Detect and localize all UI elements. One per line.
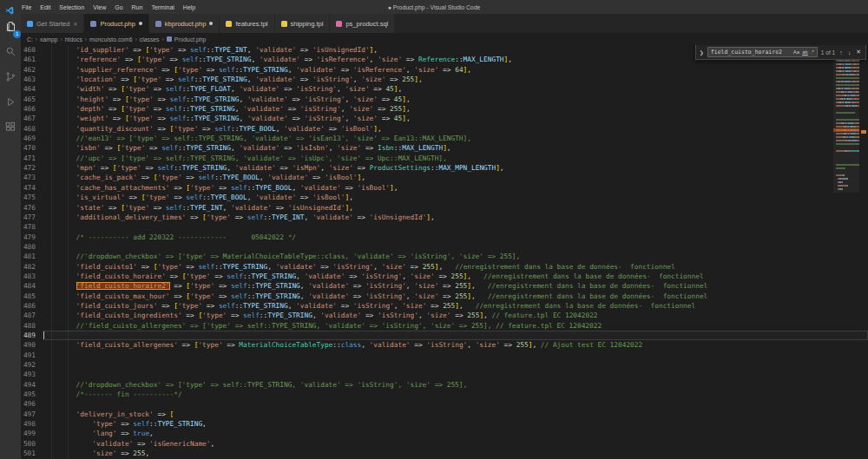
line-number[interactable]: 496 — [21, 399, 43, 409]
code-line[interactable]: 501 'size' => 255, — [21, 449, 868, 458]
code-line[interactable]: 500 'validate' => 'isGenericName', — [21, 439, 868, 449]
modified-dot-icon[interactable] — [209, 22, 213, 25]
line-number[interactable]: 498 — [21, 419, 43, 429]
code-line[interactable]: 464 'width' => ['type' => self::TYPE_FLO… — [21, 84, 868, 94]
menu-selection[interactable]: Selection — [55, 4, 89, 10]
line-number[interactable]: 465 — [21, 95, 43, 104]
code-text[interactable]: //'upc' => ['type' => self::TYPE_STRING,… — [43, 154, 868, 163]
line-number[interactable]: 482 — [21, 262, 43, 272]
code-text[interactable] — [43, 222, 868, 232]
breadcrumb-item[interactable]: Product.php — [174, 36, 207, 43]
line-number[interactable]: 461 — [21, 55, 43, 64]
code-text[interactable]: /*------- fin ----------*/ — [43, 390, 868, 399]
code-text[interactable]: 'weight' => ['type' => self::TYPE_STRING… — [43, 114, 868, 123]
line-number[interactable]: 495 — [21, 390, 43, 399]
line-number[interactable]: 480 — [21, 242, 43, 252]
activity-run-debug[interactable] — [1, 94, 20, 113]
code-line[interactable]: 463 'location' => ['type' => self::TYPE_… — [21, 75, 868, 84]
find-input[interactable] — [711, 49, 791, 56]
previous-match-icon[interactable]: ↑ — [838, 49, 844, 56]
line-number[interactable]: 462 — [21, 65, 43, 75]
modified-dot-icon[interactable] — [139, 22, 142, 25]
line-number[interactable]: 493 — [21, 370, 43, 379]
minimap[interactable] — [833, 45, 859, 459]
code-line[interactable]: 475 'is_virtual' => ['type' => self::TYP… — [21, 193, 868, 202]
code-line[interactable]: 488 //'field_cuisto_allergenes' => ['typ… — [21, 321, 868, 331]
code-text[interactable]: 'field_cuisto_horaire2' => ['type' => se… — [43, 281, 868, 291]
code-text[interactable]: 'quantity_discount' => ['type' => self::… — [43, 124, 868, 134]
line-number[interactable]: 470 — [21, 143, 43, 153]
code-line[interactable]: 471 //'upc' => ['type' => self::TYPE_STR… — [21, 154, 868, 163]
code-text[interactable]: //'dropdown_checkbox' => ['type' => self… — [43, 380, 868, 390]
tab-product-php[interactable]: Product.php — [84, 14, 148, 33]
line-number[interactable]: 471 — [21, 154, 43, 163]
line-number[interactable]: 464 — [21, 84, 43, 94]
code-line[interactable]: 483 'field_cuisto_horaire' => ['type' =>… — [21, 272, 868, 281]
code-text[interactable]: 'cache_has_attachments' => ['type' => se… — [43, 183, 868, 193]
code-text[interactable] — [43, 242, 868, 252]
code-text[interactable] — [43, 399, 868, 409]
close-find-icon[interactable]: ✕ — [855, 49, 862, 56]
code-text[interactable] — [43, 360, 868, 370]
match-case-icon[interactable]: Aa — [793, 49, 799, 55]
code-text[interactable]: 'field_cuisto_jours' => ['type' => self:… — [43, 301, 868, 311]
code-line[interactable]: 462 'supplier_reference' => ['type' => s… — [21, 65, 868, 75]
line-number[interactable]: 490 — [21, 340, 43, 350]
tab-features-tpl[interactable]: features.tpl — [220, 14, 274, 33]
code-text[interactable]: 'width' => ['type' => self::TYPE_FLOAT, … — [43, 84, 868, 94]
code-line[interactable]: 470 'isbn' => ['type' => self::TYPE_STRI… — [21, 143, 868, 153]
code-line[interactable]: 496 — [21, 399, 868, 409]
code-text[interactable]: 'field_cuisto_max_hour' => ['type' => se… — [43, 292, 868, 301]
code-line[interactable]: 472 'mpn' => ['type' => self::TYPE_STRIN… — [21, 163, 868, 173]
code-line[interactable]: 465 'height' => ['type' => self::TYPE_ST… — [21, 95, 868, 104]
menu-help[interactable]: Help — [179, 4, 200, 10]
line-number[interactable]: 484 — [21, 281, 43, 291]
line-number[interactable]: 481 — [21, 252, 43, 261]
breadcrumb-item[interactable]: xampp — [40, 36, 57, 43]
code-text[interactable]: 'supplier_reference' => ['type' => self:… — [43, 65, 868, 75]
code-line[interactable]: 499 'lang' => true, — [21, 429, 868, 438]
line-number[interactable]: 468 — [21, 124, 43, 134]
code-line[interactable]: 485 'field_cuisto_max_hour' => ['type' =… — [21, 292, 868, 301]
line-number[interactable]: 475 — [21, 193, 43, 202]
line-number[interactable]: 489 — [21, 331, 43, 340]
line-number[interactable]: 491 — [21, 351, 43, 360]
code-line[interactable]: 478 — [21, 222, 868, 232]
breadcrumb-item[interactable]: moncuisto.com6 — [89, 36, 133, 43]
tab-shipping-tpl[interactable]: shipping.tpl — [275, 14, 331, 33]
code-text[interactable]: 'delivery_in_stock' => [ — [43, 410, 868, 419]
code-line[interactable]: 495 /*------- fin ----------*/ — [21, 390, 868, 399]
line-number[interactable]: 487 — [21, 311, 43, 320]
line-number[interactable]: 501 — [21, 449, 43, 458]
code-line[interactable]: 481 //'dropdown_checkbox' => ['type' => … — [21, 252, 868, 261]
code-text[interactable]: 'is_virtual' => ['type' => self::TYPE_BO… — [43, 193, 868, 202]
code-line[interactable]: 469 //'ean13' => ['type' => self::TYPE_S… — [21, 134, 868, 143]
code-line[interactable]: 486 'field_cuisto_jours' => ['type' => s… — [21, 301, 868, 311]
activity-source-control[interactable] — [1, 69, 20, 88]
line-number[interactable]: 476 — [21, 203, 43, 213]
code-text[interactable]: 'lang' => true, — [43, 429, 868, 438]
code-text[interactable]: 'mpn' => ['type' => self::TYPE_STRING, '… — [43, 163, 868, 173]
code-text[interactable]: 'validate' => 'isGenericName', — [43, 439, 868, 449]
code-text[interactable]: 'height' => ['type' => self::TYPE_STRING… — [43, 95, 868, 104]
code-text[interactable]: //'dropdown_checkbox' => ['type' => Mate… — [43, 252, 868, 261]
activity-extensions[interactable] — [1, 119, 20, 138]
code-line[interactable]: 484 'field_cuisto_horaire2' => ['type' =… — [21, 281, 868, 291]
code-line[interactable]: 466 'depth' => ['type' => self::TYPE_STR… — [21, 104, 868, 114]
line-number[interactable]: 478 — [21, 222, 43, 232]
line-number[interactable]: 472 — [21, 163, 43, 173]
line-number[interactable]: 483 — [21, 272, 43, 281]
whole-word-icon[interactable]: ab — [802, 49, 808, 55]
code-text[interactable] — [43, 370, 868, 379]
menu-view[interactable]: View — [89, 4, 110, 10]
code-text[interactable]: 'location' => ['type' => self::TYPE_STRI… — [43, 75, 868, 84]
code-line[interactable]: 494 //'dropdown_checkbox' => ['type' => … — [21, 380, 868, 390]
tab-kbproduct-php[interactable]: kbproduct.php — [149, 14, 220, 33]
code-line[interactable]: 493 — [21, 370, 868, 379]
tab-ps-product-sql[interactable]: ps_product.sql — [330, 14, 395, 33]
code-line[interactable]: 477 'additional_delivery_times' => ['typ… — [21, 213, 868, 222]
line-number[interactable]: 492 — [21, 360, 43, 370]
code-line[interactable]: 489 — [21, 331, 868, 340]
code-text[interactable]: 'isbn' => ['type' => self::TYPE_STRING, … — [43, 143, 868, 153]
line-number[interactable]: 494 — [21, 380, 43, 390]
